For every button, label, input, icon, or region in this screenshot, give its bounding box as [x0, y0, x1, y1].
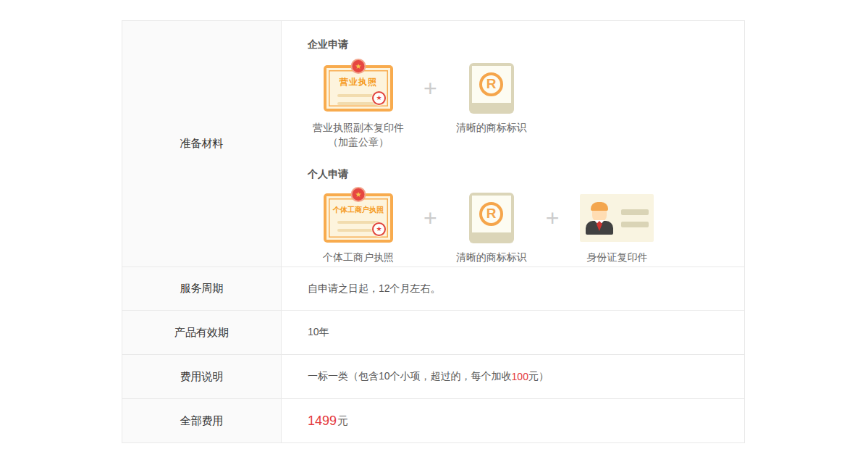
plus-icon: + — [424, 193, 437, 243]
total-price: 1499 — [308, 414, 337, 429]
row-label-service-period: 服务周期 — [122, 267, 282, 310]
national-emblem-seal-icon: ★ — [351, 187, 366, 202]
business-license-icon: ★ 个体工商户执照 ★ — [324, 193, 393, 243]
row-label-materials: 准备材料 — [122, 21, 282, 267]
license-doc-title: 个体工商户执照 — [326, 205, 390, 215]
personal-heading: 个人申请 — [308, 168, 660, 181]
fee-note-value: 一标一类（包含10个小项，超过的，每个加收100元） — [282, 355, 744, 398]
item-caption: 清晰的商标标识 — [456, 250, 527, 264]
row-label-fee-note: 费用说明 — [122, 355, 282, 398]
price-unit: 元 — [337, 414, 348, 428]
person-avatar — [586, 201, 613, 235]
red-star-stamp-icon: ★ — [372, 222, 386, 236]
row-label-total-fee: 全部费用 — [122, 399, 282, 442]
item-caption: 营业执照副本复印件 （加盖公章） — [313, 120, 404, 149]
id-card-icon — [580, 194, 654, 242]
service-period-value: 自申请之日起，12个月左右。 — [282, 267, 744, 311]
table-row-fee-note: 费用说明 一标一类（包含10个小项，超过的，每个加收100元） — [122, 354, 744, 398]
trademark-r-icon: R — [469, 63, 514, 114]
table-row-validity: 产品有效期 10年 — [122, 310, 744, 354]
material-item-trademark: R 清晰的商标标识 — [452, 63, 531, 135]
item-caption: 清晰的商标标识 — [456, 120, 527, 135]
trademark-r-icon: R — [469, 193, 514, 243]
item-caption: 身份证复印件 — [586, 250, 647, 264]
enterprise-application-section: 企业申请 ★ 营业执照 — [308, 38, 660, 149]
fee-surcharge-amount: 100 — [512, 371, 528, 382]
table-row-service-period: 服务周期 自申请之日起，12个月左右。 — [122, 267, 744, 310]
plus-icon: + — [424, 63, 437, 114]
license-doc-title: 营业执照 — [326, 76, 390, 88]
enterprise-items-row: ★ 营业执照 ★ — [308, 63, 660, 149]
item-caption: 个体工商户执照 — [323, 250, 394, 264]
total-fee-value: 1499元 — [282, 399, 744, 442]
personal-items-row: ★ 个体工商户执照 ★ — [308, 193, 660, 264]
registered-symbol: R — [479, 202, 503, 226]
material-item-individual-license: ★ 个体工商户执照 ★ — [308, 193, 409, 264]
national-emblem-seal-icon: ★ — [351, 59, 366, 74]
material-item-trademark: R 清晰的商标标识 — [452, 193, 531, 264]
plus-icon: + — [546, 193, 560, 243]
validity-value: 10年 — [282, 311, 744, 354]
business-license-icon: ★ 营业执照 ★ — [324, 65, 393, 112]
product-spec-table: 准备材料 企业申请 ★ 营业执照 — [122, 20, 745, 443]
personal-application-section: 个人申请 ★ 个体工商户执照 — [308, 168, 660, 264]
registered-symbol: R — [479, 72, 503, 96]
materials-panel: 企业申请 ★ 营业执照 — [282, 21, 744, 267]
table-row-materials: 准备材料 企业申请 ★ 营业执照 — [122, 21, 744, 267]
red-star-stamp-icon: ★ — [372, 91, 386, 105]
row-label-validity: 产品有效期 — [122, 311, 282, 354]
table-row-total-fee: 全部费用 1499元 — [122, 398, 744, 442]
enterprise-heading: 企业申请 — [308, 38, 660, 51]
material-item-idcard: 身份证复印件 — [573, 193, 660, 264]
material-item-business-license: ★ 营业执照 ★ — [308, 63, 409, 149]
